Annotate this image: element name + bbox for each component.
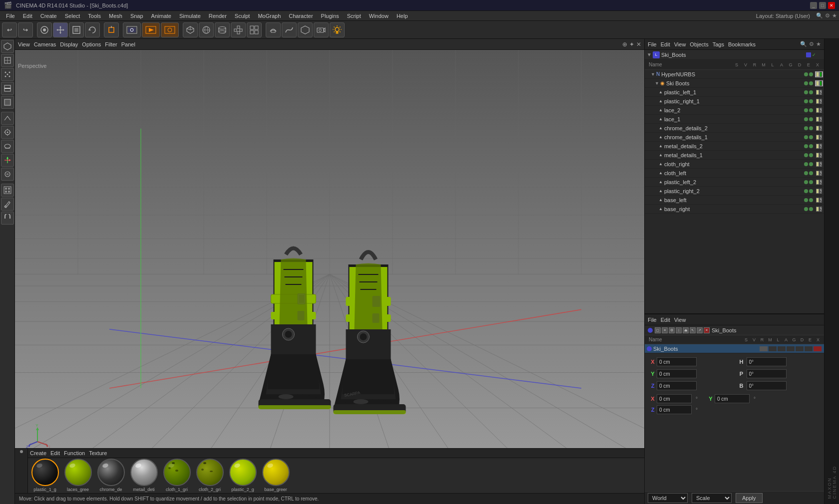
obj-row-metal-details-2[interactable]: ▲ metal_details_2 [645, 142, 824, 151]
spline-button[interactable] [282, 22, 297, 37]
paint-button[interactable] [1, 198, 14, 211]
coord-z-pos-input[interactable] [657, 381, 697, 390]
obj-row-lace-1[interactable]: ▲ lace_1 [645, 115, 824, 124]
om-filter-icon[interactable]: ⚙ [809, 41, 814, 47]
grid-button[interactable] [247, 22, 262, 37]
obj-row-chrome-details-2[interactable]: ▲ chrome_details_2 [645, 124, 824, 133]
menu-simulate[interactable]: Simulate [175, 12, 205, 20]
mode-uv-button[interactable] [1, 112, 14, 125]
search-icon[interactable]: 🔍 [816, 12, 823, 19]
material-ball-chrome[interactable]: chrome_de [96, 459, 126, 492]
apply-button[interactable]: Apply [736, 493, 763, 503]
active-obj-icon6[interactable]: ↖ [690, 327, 696, 333]
menu-help[interactable]: Help [393, 12, 412, 20]
menu-render[interactable]: Render [205, 12, 231, 20]
obj-row-cloth-left[interactable]: ▲ cloth_left [645, 169, 824, 178]
active-obj-icon8[interactable]: ✕ [704, 327, 710, 333]
menu-tools[interactable]: Tools [84, 12, 105, 20]
settings-icon[interactable]: ⚙ [825, 12, 830, 19]
active-obj-icon4[interactable]: ↕ [676, 327, 682, 333]
soft-select-button[interactable] [1, 140, 14, 153]
menu-select[interactable]: Select [61, 12, 84, 20]
cube-button[interactable] [183, 22, 198, 37]
active-obj-icon7[interactable]: ↗ [697, 327, 703, 333]
light-button[interactable] [330, 22, 345, 37]
menu-plugins[interactable]: Plugins [317, 12, 343, 20]
obj-row-base-right[interactable]: ▲ base_right [645, 205, 824, 214]
material-ball-metal[interactable]: metail_deti [129, 459, 159, 492]
mode-point-button[interactable] [1, 68, 14, 81]
coords-menu-edit[interactable]: Edit [661, 317, 670, 323]
material-ball-cloth1[interactable]: cloth_1_gri [162, 459, 192, 492]
vp-menu-view[interactable]: View [18, 41, 30, 47]
obj-row-plastic-right-1[interactable]: ▲ plastic_right_1 [645, 97, 824, 106]
menu-snap[interactable]: Snap [126, 12, 147, 20]
vp-menu-panel[interactable]: Panel [121, 41, 135, 47]
menu-window[interactable]: Window [365, 12, 393, 20]
render-settings-button[interactable] [161, 22, 179, 37]
coord-size-z-input[interactable] [657, 405, 692, 414]
render-view-button[interactable] [142, 22, 160, 37]
snap-button[interactable] [1, 126, 14, 139]
material-ball-plastic1[interactable]: plastic_1_g [30, 459, 60, 492]
rotate-button[interactable] [85, 22, 100, 37]
mat-menu-create[interactable]: Create [30, 450, 46, 456]
om-menu-bookmarks[interactable]: Bookmarks [728, 41, 756, 47]
magnet-button[interactable] [1, 212, 14, 225]
coord-b-input[interactable] [747, 381, 787, 390]
vp-menu-filter[interactable]: Filter [105, 41, 117, 47]
coords-menu-file[interactable]: File [648, 317, 657, 323]
menu-animate[interactable]: Animate [147, 12, 175, 20]
scene-3d[interactable]: Perspective [15, 50, 644, 448]
coord-y-pos-input[interactable] [657, 369, 697, 378]
obj-row-metal-details-1[interactable]: ▲ metal_details_1 [645, 151, 824, 160]
material-ball-base[interactable]: base_greer [261, 459, 291, 492]
move-button[interactable] [53, 22, 68, 37]
vp-menu-options[interactable]: Options [82, 41, 101, 47]
om-search-icon[interactable]: 🔍 [800, 41, 807, 47]
active-obj-icon5[interactable]: ⏏ [683, 327, 689, 333]
mode-polygon-button[interactable] [1, 96, 14, 109]
live-selection-button[interactable] [37, 22, 52, 37]
coord-h-input[interactable] [747, 357, 787, 366]
material-ball-laces[interactable]: laces_gree [63, 459, 93, 492]
redo-button[interactable]: ↪ [18, 22, 33, 37]
material-ball-plastic2[interactable]: plastic_2_g [228, 459, 258, 492]
active-obj-icon1[interactable]: ◻ [655, 327, 661, 333]
sphere-button[interactable] [199, 22, 214, 37]
active-ski-boots-row[interactable]: Ski_Boots [645, 344, 824, 353]
menu-edit[interactable]: Edit [19, 12, 36, 20]
menu-mesh[interactable]: Mesh [105, 12, 126, 20]
menu-character[interactable]: Character [285, 12, 317, 20]
minimize-button[interactable]: _ [810, 2, 817, 9]
viewport-close-icon[interactable]: ✕ [636, 41, 641, 48]
world-dropdown[interactable]: World Object Parent [648, 493, 688, 503]
menu-sculpt[interactable]: Sculpt [231, 12, 254, 20]
obj-row-chrome-details-1[interactable]: ▲ chrome_details_1 [645, 133, 824, 142]
coord-p-input[interactable] [747, 369, 787, 378]
coords-menu-view[interactable]: View [674, 317, 686, 323]
mode-texture-button[interactable] [1, 54, 14, 67]
viewport-settings-icon[interactable]: ✦ [629, 41, 634, 48]
om-menu-file[interactable]: File [648, 41, 657, 47]
active-obj-icon2[interactable]: ≡ [662, 327, 668, 333]
world-axis-button[interactable] [1, 154, 14, 167]
obj-row-hypernurbs[interactable]: ▼ N HyperNURBS [645, 70, 824, 79]
undo-button[interactable]: ↩ [2, 22, 17, 37]
om-menu-edit[interactable]: Edit [661, 41, 670, 47]
deformer-button[interactable] [266, 22, 281, 37]
obj-root-row[interactable]: ▼ L Ski_Boots ✓ [645, 50, 824, 60]
obj-row-plastic-left-2[interactable]: ▲ plastic_left_2 [645, 178, 824, 187]
array-button[interactable] [231, 22, 246, 37]
axis-mode-button[interactable] [1, 168, 14, 181]
scale-dropdown[interactable]: Scale Size [692, 493, 732, 503]
obj-row-plastic-left-1[interactable]: ▲ plastic_left_1 [645, 88, 824, 97]
scale-button[interactable] [69, 22, 84, 37]
om-menu-objects[interactable]: Objects [690, 41, 708, 47]
mode-model-button[interactable] [1, 40, 14, 53]
bookmarks-icon[interactable]: ★ [832, 12, 837, 19]
active-obj-icon3[interactable]: ⚙ [669, 327, 675, 333]
add-object-button[interactable] [104, 22, 119, 37]
mat-menu-texture[interactable]: Texture [89, 450, 107, 456]
coord-x-pos-input[interactable] [657, 357, 697, 366]
